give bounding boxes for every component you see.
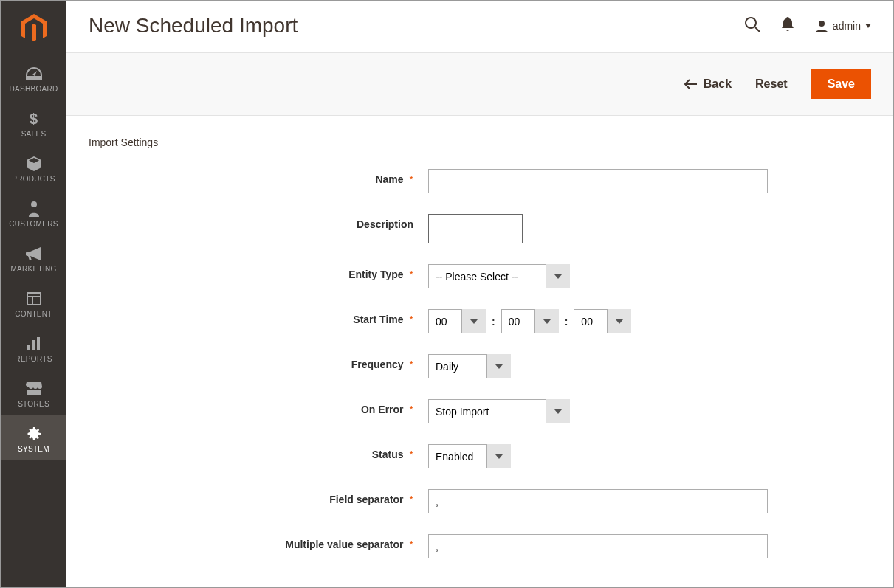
start-time-ss-select[interactable]: 00: [574, 309, 631, 333]
row-description: Description: [66, 214, 871, 243]
description-input[interactable]: [428, 214, 523, 243]
sidebar-item-label: SYSTEM: [18, 445, 49, 453]
multiple-value-separator-label: Multiple value separator: [285, 539, 403, 550]
name-input[interactable]: [428, 169, 768, 193]
time-separator: :: [492, 316, 495, 328]
sidebar-item-label: REPORTS: [15, 355, 52, 363]
megaphone-icon: [26, 245, 42, 263]
chart-icon: [27, 335, 41, 353]
arrow-left-icon: [684, 79, 698, 89]
bell-icon[interactable]: [781, 17, 794, 35]
person-icon: [815, 19, 828, 32]
start-time-hh-select[interactable]: 00: [428, 309, 486, 333]
row-multiple-value-separator: Multiple value separator*: [66, 534, 871, 558]
row-on-error: On Error* Stop Import: [66, 399, 871, 423]
row-field-separator: Field separator*: [66, 489, 871, 513]
chevron-down-icon: [865, 24, 871, 28]
sidebar-item-label: CONTENT: [15, 310, 52, 318]
row-status: Status* Enabled: [66, 444, 871, 468]
search-icon[interactable]: [744, 16, 760, 35]
person-icon: [29, 200, 39, 218]
sidebar-item-dashboard[interactable]: DASHBOARD: [1, 55, 66, 100]
time-separator: :: [565, 316, 568, 328]
start-time-label: Start Time: [353, 314, 403, 325]
sidebar-item-stores[interactable]: STORES: [1, 370, 66, 415]
layout-icon: [27, 290, 41, 308]
required-marker: *: [410, 359, 413, 370]
magento-logo[interactable]: [1, 1, 66, 55]
on-error-label: On Error: [361, 404, 404, 415]
required-marker: *: [410, 449, 413, 460]
reset-label: Reset: [755, 77, 788, 91]
gear-icon: [27, 425, 41, 443]
action-bar: Back Reset Save: [66, 52, 893, 116]
entity-type-label: Entity Type: [348, 269, 403, 280]
svg-point-10: [819, 21, 825, 27]
store-icon: [26, 380, 42, 398]
back-button[interactable]: Back: [684, 77, 732, 91]
save-button[interactable]: Save: [811, 69, 871, 99]
header-actions: admin: [744, 16, 871, 35]
box-icon: [27, 155, 41, 173]
section-title: Import Settings: [89, 136, 871, 148]
sidebar-item-reports[interactable]: REPORTS: [1, 325, 66, 370]
sidebar-item-label: PRODUCTS: [12, 175, 55, 183]
account-menu[interactable]: admin: [815, 19, 871, 32]
sidebar: DASHBOARD $ SALES PRODUCTS CUSTOMERS MAR…: [1, 1, 66, 587]
required-marker: *: [410, 314, 413, 325]
required-marker: *: [410, 539, 413, 550]
dollar-icon: $: [30, 110, 38, 128]
status-select[interactable]: Enabled: [428, 444, 511, 468]
field-separator-label: Field separator: [329, 494, 403, 505]
svg-rect-5: [27, 345, 30, 350]
sidebar-item-sales[interactable]: $ SALES: [1, 100, 66, 145]
frequency-select[interactable]: Daily: [428, 354, 511, 378]
sidebar-item-label: STORES: [18, 400, 49, 408]
name-label: Name: [375, 173, 403, 185]
magento-logo-icon: [21, 14, 47, 42]
row-entity-type: Entity Type* -- Please Select --: [66, 264, 871, 288]
account-label: admin: [833, 20, 861, 32]
svg-point-8: [746, 18, 756, 28]
required-marker: *: [410, 404, 413, 415]
field-separator-input[interactable]: [428, 489, 768, 513]
required-marker: *: [410, 494, 413, 505]
svg-text:$: $: [30, 111, 38, 127]
sidebar-item-label: CUSTOMERS: [9, 220, 58, 228]
sidebar-item-system[interactable]: SYSTEM: [1, 415, 66, 460]
svg-rect-7: [37, 337, 40, 350]
sidebar-item-marketing[interactable]: MARKETING: [1, 235, 66, 280]
multiple-value-separator-input[interactable]: [428, 534, 768, 558]
entity-type-select[interactable]: -- Please Select --: [428, 264, 570, 288]
back-label: Back: [704, 77, 732, 91]
sidebar-item-label: DASHBOARD: [9, 85, 58, 93]
row-name: Name*: [66, 169, 871, 193]
header: New Scheduled Import admin: [66, 1, 893, 52]
sidebar-item-label: MARKETING: [10, 265, 56, 273]
content: Import Settings Name* Description Entity…: [66, 116, 893, 587]
svg-point-1: [31, 201, 37, 207]
reset-button[interactable]: Reset: [755, 77, 788, 91]
on-error-select[interactable]: Stop Import: [428, 399, 570, 423]
required-marker: *: [410, 269, 413, 280]
frequency-label: Frequency: [351, 359, 404, 370]
sidebar-item-customers[interactable]: CUSTOMERS: [1, 190, 66, 235]
row-start-time: Start Time* 00 : 00 : 00: [66, 309, 871, 333]
required-marker: *: [410, 173, 413, 185]
svg-rect-6: [32, 340, 35, 350]
page-title: New Scheduled Import: [89, 14, 744, 38]
sidebar-item-content[interactable]: CONTENT: [1, 280, 66, 325]
status-label: Status: [372, 449, 404, 460]
description-label: Description: [357, 218, 413, 230]
start-time-mm-select[interactable]: 00: [501, 309, 559, 333]
svg-rect-2: [27, 293, 41, 305]
dashboard-icon: [26, 65, 42, 83]
main: New Scheduled Import admin Back: [66, 1, 893, 587]
sidebar-item-label: SALES: [21, 130, 47, 138]
row-frequency: Frequency* Daily: [66, 354, 871, 378]
svg-line-9: [755, 27, 760, 32]
sidebar-item-products[interactable]: PRODUCTS: [1, 145, 66, 190]
